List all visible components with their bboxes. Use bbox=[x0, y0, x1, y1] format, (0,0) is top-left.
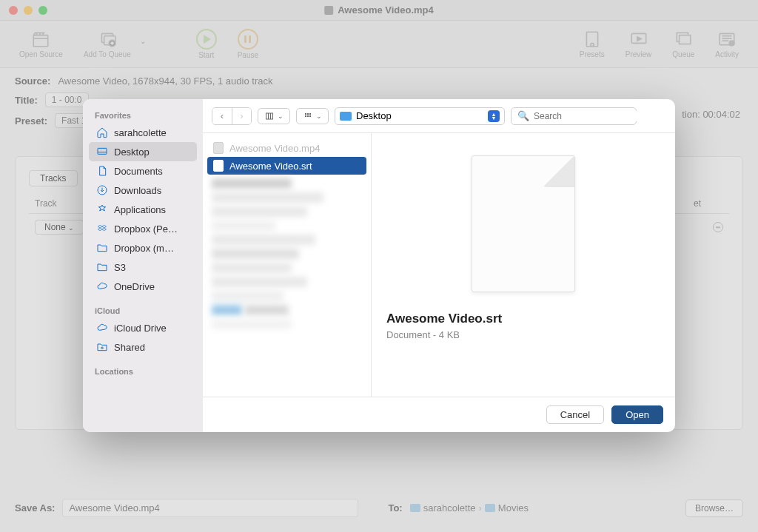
preview-thumbnail bbox=[472, 155, 575, 292]
search-input[interactable]: 🔍 bbox=[511, 107, 637, 125]
columns-icon bbox=[264, 112, 275, 121]
svg-rect-17 bbox=[309, 113, 311, 115]
dialog-footer: Cancel Open bbox=[203, 397, 675, 432]
download-icon bbox=[96, 184, 108, 196]
dialog-sidebar: Favorites sarahcolette Desktop Documents… bbox=[83, 99, 203, 432]
svg-rect-14 bbox=[266, 113, 273, 119]
file-list: Awesome Video.mp4 Awesome Video.srt bbox=[203, 133, 372, 397]
cloud-icon bbox=[96, 322, 108, 334]
desktop-icon bbox=[96, 146, 108, 158]
search-icon: 🔍 bbox=[517, 110, 529, 121]
preview-filename: Awesome Video.srt bbox=[386, 312, 502, 326]
sidebar-item-dropbox-personal[interactable]: Dropbox (Pe… bbox=[89, 219, 197, 238]
sidebar-item-home[interactable]: sarahcolette bbox=[89, 123, 197, 142]
folder-icon bbox=[96, 261, 108, 273]
document-icon bbox=[96, 165, 108, 177]
grid-icon bbox=[303, 112, 313, 121]
sidebar-item-s3[interactable]: S3 bbox=[89, 257, 197, 277]
chevron-updown-icon: ▲▼ bbox=[488, 110, 500, 122]
svg-point-13 bbox=[101, 347, 104, 349]
sidebar-item-applications[interactable]: Applications bbox=[89, 200, 197, 219]
open-button[interactable]: Open bbox=[611, 405, 663, 424]
svg-rect-20 bbox=[309, 115, 311, 117]
cloud-icon bbox=[96, 280, 108, 292]
sidebar-item-downloads[interactable]: Downloads bbox=[89, 181, 197, 200]
shared-folder-icon bbox=[96, 341, 108, 353]
svg-rect-15 bbox=[305, 113, 306, 115]
svg-rect-11 bbox=[98, 148, 107, 154]
sidebar-item-dropbox-m[interactable]: Dropbox (m… bbox=[89, 238, 197, 257]
folder-icon bbox=[96, 242, 108, 254]
preview-pane: Awesome Video.srt Document - 4 KB bbox=[372, 133, 675, 397]
svg-rect-19 bbox=[307, 115, 309, 117]
favorites-header: Favorites bbox=[89, 107, 197, 123]
file-open-dialog: Favorites sarahcolette Desktop Documents… bbox=[83, 99, 675, 432]
svg-rect-18 bbox=[305, 115, 306, 117]
back-button[interactable]: ‹ bbox=[212, 108, 232, 124]
dialog-toolbar: ‹ › ⌄ ⌄ Desktop ▲▼ 🔍 bbox=[203, 99, 675, 133]
sidebar-item-shared[interactable]: Shared bbox=[89, 337, 197, 357]
file-icon bbox=[213, 142, 224, 154]
sidebar-item-icloud-drive[interactable]: iCloud Drive bbox=[89, 318, 197, 337]
file-item[interactable]: Awesome Video.srt bbox=[207, 157, 366, 175]
folder-icon bbox=[340, 112, 352, 121]
locations-header: Locations bbox=[89, 363, 197, 379]
sidebar-item-onedrive[interactable]: OneDrive bbox=[89, 277, 197, 296]
cancel-button[interactable]: Cancel bbox=[546, 405, 604, 424]
view-columns-button[interactable]: ⌄ bbox=[258, 108, 290, 124]
view-group-button[interactable]: ⌄ bbox=[296, 108, 329, 124]
dropbox-icon bbox=[96, 223, 108, 235]
home-icon bbox=[96, 127, 108, 138]
sidebar-item-documents[interactable]: Documents bbox=[89, 161, 197, 181]
sidebar-item-desktop[interactable]: Desktop bbox=[89, 142, 197, 161]
applications-icon bbox=[96, 203, 108, 215]
location-select[interactable]: Desktop ▲▼ bbox=[335, 107, 505, 125]
svg-rect-16 bbox=[307, 113, 309, 115]
icloud-header: iCloud bbox=[89, 302, 197, 318]
file-icon bbox=[213, 160, 224, 172]
forward-button[interactable]: › bbox=[232, 108, 251, 124]
preview-meta: Document - 4 KB bbox=[386, 329, 460, 340]
file-item[interactable]: Awesome Video.mp4 bbox=[207, 139, 366, 157]
